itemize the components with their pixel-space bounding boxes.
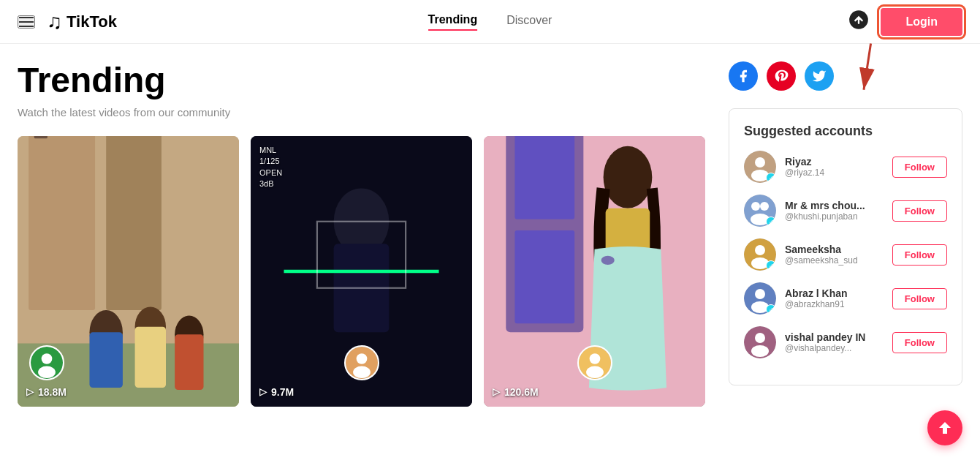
svg-point-32: [604, 146, 653, 208]
account-name-sameeksha: Sameeksha: [785, 244, 884, 255]
follow-button-mrsmrs[interactable]: Follow: [892, 200, 947, 222]
follow-button-sameeksha[interactable]: Follow: [892, 244, 947, 266]
follow-button-riyaz[interactable]: Follow: [892, 157, 947, 178]
video-3-stats: ▷ 120.6M: [493, 386, 539, 398]
tiktok-logo-icon: ♫: [47, 10, 62, 34]
svg-point-17: [42, 353, 53, 364]
svg-rect-9: [34, 136, 48, 138]
header-right: Login: [848, 8, 962, 36]
page-subtitle: Watch the latest videos from our communi…: [18, 106, 705, 118]
sidebar: Suggested accounts ✓ Riyaz @riyaz.14 Fol…: [729, 44, 962, 407]
login-button[interactable]: Login: [881, 8, 962, 36]
nav-discover[interactable]: Discover: [506, 14, 552, 30]
account-item-abraz: ✓ Abraz l Khan @abrazkhan91 Follow: [744, 282, 947, 315]
main-nav: Trending Discover: [428, 13, 552, 31]
logo-text: TikTok: [67, 12, 117, 31]
account-name-riyaz: Riyaz: [785, 156, 884, 167]
account-item-riyaz: ✓ Riyaz @riyaz.14 Follow: [744, 151, 947, 183]
video-2-stats: ▷ 9.7M: [259, 386, 294, 398]
play-icon-2: ▷: [259, 386, 267, 397]
logo[interactable]: ♫ TikTok: [47, 10, 117, 34]
play-icon-3: ▷: [493, 386, 500, 397]
pinterest-button[interactable]: [767, 61, 796, 91]
account-item-mrsmrs: ✓ Mr & mrs chou... @khushi.punjaban Foll…: [744, 195, 947, 227]
account-handle-mrsmrs: @khushi.punjaban: [785, 211, 884, 222]
video-1-stats: ▷ 18.8M: [26, 386, 67, 398]
account-info-mrsmrs: Mr & mrs chou... @khushi.punjaban: [785, 200, 884, 222]
svg-rect-30: [514, 136, 574, 219]
account-item-sameeksha: ✓ Sameeksha @sameeksha_sud Follow: [744, 238, 947, 271]
follow-button-vishal[interactable]: Follow: [892, 332, 947, 353]
verified-badge-mrsmrs: ✓: [766, 217, 776, 227]
video-3-avatar: [577, 345, 612, 380]
svg-point-43: [760, 202, 769, 211]
svg-point-26: [353, 366, 371, 378]
svg-rect-31: [514, 230, 574, 323]
page-title: Trending: [18, 61, 705, 100]
avatar-riyaz: ✓: [744, 151, 776, 183]
svg-point-46: [755, 245, 765, 255]
avatar-vishal: [744, 326, 776, 358]
header-left: ♫ TikTok: [18, 10, 117, 34]
svg-rect-15: [175, 334, 203, 390]
upload-button[interactable]: [848, 10, 869, 34]
main-content: Trending Watch the latest videos from ou…: [0, 44, 980, 407]
video-card-3[interactable]: ▷ 120.6M: [484, 136, 705, 407]
video-3-views: 120.6M: [504, 386, 539, 398]
video-grid: ▷ 18.8M: [18, 136, 705, 407]
svg-point-34: [601, 256, 615, 265]
svg-point-52: [755, 333, 765, 343]
svg-point-53: [751, 345, 769, 357]
facebook-button[interactable]: [729, 61, 758, 91]
video-card-2[interactable]: MNL 1/125 OPEN 3dB ▷ 9.7M: [251, 136, 472, 407]
hamburger-menu[interactable]: [18, 15, 35, 29]
suggested-accounts-box: Suggested accounts ✓ Riyaz @riyaz.14 Fol…: [729, 108, 962, 385]
svg-point-25: [356, 353, 367, 364]
svg-rect-5: [29, 136, 95, 310]
video-1-avatar: [29, 345, 64, 380]
account-handle-abraz: @abrazkhan91: [785, 299, 884, 309]
svg-point-36: [589, 353, 600, 364]
svg-point-39: [755, 157, 765, 167]
avatar-mrsmrs: ✓: [744, 195, 776, 227]
svg-rect-33: [606, 208, 650, 252]
nav-trending[interactable]: Trending: [428, 13, 478, 31]
video-2-views: 9.7M: [271, 386, 294, 398]
header: ♫ TikTok Trending Discover Login: [0, 0, 980, 44]
account-name-vishal: vishal pandey IN: [785, 331, 884, 343]
twitter-button[interactable]: [805, 61, 834, 91]
video-2-overlay: MNL 1/125 OPEN 3dB: [259, 145, 282, 190]
social-icons: [729, 61, 962, 91]
account-info-vishal: vishal pandey IN @vishalpandey...: [785, 331, 884, 353]
account-info-sameeksha: Sameeksha @sameeksha_sud: [785, 244, 884, 266]
verified-badge-abraz: ✓: [766, 304, 776, 315]
play-icon-1: ▷: [26, 386, 34, 397]
account-handle-sameeksha: @sameeksha_sud: [785, 255, 884, 266]
account-name-abraz: Abraz l Khan: [785, 287, 884, 299]
video-1-views: 18.8M: [38, 386, 67, 398]
video-2-avatar: [344, 345, 379, 380]
video-card-1[interactable]: ▷ 18.8M: [18, 136, 239, 407]
account-info-riyaz: Riyaz @riyaz.14: [785, 156, 884, 178]
account-name-mrsmrs: Mr & mrs chou...: [785, 200, 884, 211]
svg-rect-11: [89, 332, 122, 388]
svg-point-49: [755, 289, 765, 299]
mnl-line1: MNL: [259, 145, 282, 156]
avatar-abraz: ✓: [744, 282, 776, 315]
suggested-title: Suggested accounts: [744, 124, 947, 139]
content-area: Trending Watch the latest videos from ou…: [18, 44, 705, 407]
mnl-line4: 3dB: [259, 178, 282, 189]
account-handle-vishal: @vishalpandey...: [785, 343, 884, 353]
avatar-sameeksha: ✓: [744, 238, 776, 271]
svg-rect-6: [106, 136, 162, 310]
verified-badge-riyaz: ✓: [766, 173, 776, 183]
svg-point-18: [38, 366, 56, 377]
svg-rect-13: [135, 327, 166, 388]
follow-button-abraz[interactable]: Follow: [892, 288, 947, 309]
mnl-line2: 1/125: [259, 156, 282, 167]
verified-badge-sameeksha: ✓: [766, 260, 776, 271]
account-handle-riyaz: @riyaz.14: [785, 167, 884, 178]
svg-point-42: [751, 202, 760, 211]
account-item-vishal: vishal pandey IN @vishalpandey... Follow: [744, 326, 947, 358]
mnl-line3: OPEN: [259, 167, 282, 178]
